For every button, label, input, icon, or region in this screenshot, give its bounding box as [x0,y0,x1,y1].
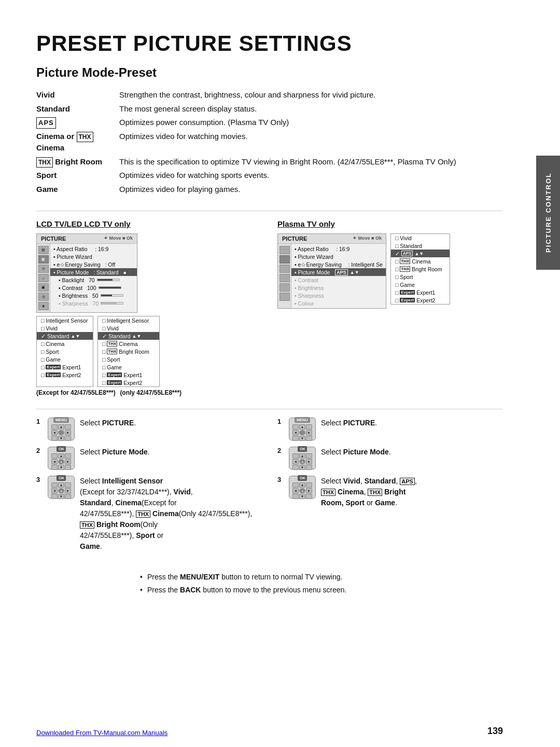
desc-row-aps: APS Optimizes power consumption. (Plasma… [36,116,503,130]
step-plasma-2-desc: Select Picture Mode. [321,447,503,458]
caption-lcd-left: (Except for 42/47/55LE8***) [36,389,116,396]
plasma-sub-standard: □ Standard [391,242,450,250]
remote-ok-lcd-3: OK ▲ ◄ ● ► ▼ [48,476,75,499]
dpad-l: ◄ [51,430,58,435]
lcd-item-energy: • e☆Energy Saving : Off [50,260,137,268]
plasma-item-colour: • Colour [291,299,386,307]
def-vivid: Strengthen the contrast, brightness, col… [119,88,503,102]
sidebar-label: PICTURE CONTROL [536,156,560,270]
remote-ok-lcd-2: OK ▲ ◄ ● ► ▼ [48,447,75,469]
lcd-item-brightness: • Brightness 50 [50,292,137,299]
dpad3-bl [51,494,58,499]
dpad-t: ▲ [58,424,64,430]
lcd-item-sharpness: • Sharpness 70 [50,299,137,307]
note-2: Press the BACK button to move to the pre… [140,584,503,597]
pdpad2-center: ● [299,459,305,464]
step-plasma-3-desc: Select Vivid, Standard, APS, THX Cinema,… [321,476,503,508]
ok-btn-p-label-3: OK [298,475,307,481]
plasma-sub-thx-cinema: □ THX Cinema [391,257,450,265]
def-sport: Optimizes video for watching sports even… [119,169,503,183]
pdpad2-t: ▲ [299,453,305,459]
bottom-notes: Press the MENU/EXIT button to return to … [140,571,503,597]
desc-row-vivid: Vivid Strengthen the contrast, brightnes… [36,88,503,102]
dpad2-l: ◄ [51,459,58,464]
lcd-tv-panel: LCD TV/LED LCD TV only PICTURE ✦ Move ■ … [36,219,262,396]
ok-btn-label-3: OK [57,475,66,481]
lcd-submenu-right: □ Intelligent Sensor □ Vivid ✓ Standard … [97,316,160,387]
footer: Downloaded From TV-Manual.com Manuals 13… [36,726,503,737]
tv-panels-section: LCD TV/LED LCD TV only PICTURE ✦ Move ■ … [36,219,503,396]
pdpad3-center: ● [299,488,305,493]
nav-icon-6: ◎ [38,293,49,301]
dpad3-center: ● [58,488,64,493]
dpad2-bl [51,465,58,470]
dpad-b: ▼ [58,436,64,441]
footer-link[interactable]: Downloaded From TV-Manual.com Manuals [36,729,167,737]
submenu-r-intelligent: □ Intelligent Sensor [98,316,159,324]
plasma-sub-sport: □ Sport [391,273,450,281]
dpad2-br [65,465,71,470]
dpad2-tr [65,453,71,459]
pdpad-br [306,436,312,441]
term-standard: Standard [36,102,119,116]
thx-logo-cinema: THX [77,132,93,142]
nav-icon-3: ⊙ [38,265,49,273]
plasma-item-aspect: • Aspect Ratio : 16:9 [291,245,386,253]
plasma-item-energy: • e☆Energy Saving: Intelligent Se [291,260,386,268]
pdpad2-b: ▼ [299,465,305,470]
dpad3-tr [65,482,71,488]
term-aps: APS [36,116,119,130]
dpad3-r: ► [65,488,71,493]
plasma-item-sharpness: • Sharpness [291,292,386,299]
plasma-sub-expert1: □ Expert Expert1 [391,288,450,296]
submenu-sport: □ Sport [37,348,93,355]
pdpad2-br [306,465,312,470]
plasma-tv-panel: Plasma TV only PICTURE ✦ Move ■ Ok [277,219,503,396]
plasma-nav-2 [279,255,290,264]
divider [36,211,503,211]
term-sport: Sport [36,169,119,183]
pdpad2-l: ◄ [292,459,299,464]
pdpad3-t: ▲ [299,482,305,488]
aps-logo: APS [36,117,56,129]
dpad2-t: ▲ [58,453,64,459]
submenu-game: □ Game [37,355,93,363]
plasma-panel-title: Plasma TV only [277,219,503,228]
nav-icon-1: ▤ [38,246,49,254]
plasma-sub-aps-selected: ✓ APS ▲▼ [391,250,450,257]
pdpad-center [299,430,305,435]
thx-logo-bright: THX [36,157,53,168]
submenu-r-vivid: □ Vivid [98,324,159,332]
pdpad-bl [292,436,299,441]
note-1: Press the MENU/EXIT button to return to … [140,571,503,584]
dpad2-r: ► [65,459,71,464]
step-lcd-3: 3 OK ▲ ◄ ● ► ▼ Sele [36,476,262,552]
submenu-expert1: □ Expert Expert1 [37,363,93,371]
dpad-tr [65,424,71,430]
divider2 [36,409,503,409]
def-thx-bright: This is the specification to optimize TV… [119,155,503,169]
desc-row-cinema: Cinema or THX Cinema Optimizes video for… [36,130,503,155]
pdpad2-r: ► [306,459,312,464]
lcd-submenu-left: □ Intelligent Sensor □ Vivid ✓ Standard … [36,316,93,387]
dpad-bl [51,436,58,441]
plasma-menu-header-icons: ✦ Move ■ Ok [353,236,382,242]
step-plasma-1-desc: Select PICTURE. [321,418,503,428]
remote-menu-plasma-1: MENU ▲ ◄ ► ▼ [289,418,316,440]
pdpad2-bl [292,465,299,470]
desc-row-game: Game Optimizes video for playing games. [36,183,503,197]
step-p-num-2: 2 [277,447,284,454]
submenu-r-thx-cinema: □ THX Cinema [98,340,159,348]
desc-row-standard: Standard The most general screen display… [36,102,503,116]
lcd-item-wizard: • Picture Wizard [50,253,137,260]
section-title: Picture Mode-Preset [36,65,503,80]
dpad2-center: ● [58,459,64,464]
pdpad3-r: ► [306,488,312,493]
main-content: PRESET PICTURE SETTINGS Picture Mode-Pre… [0,0,560,628]
pdpad3-bl [292,494,299,499]
step-lcd-1: 1 MENU ▲ ◄ ► ▼ Selec [36,418,262,440]
desc-row-thx-bright: THX Bright Room This is the specificatio… [36,155,503,169]
steps-section: 1 MENU ▲ ◄ ► ▼ Selec [36,418,503,558]
pdpad-t: ▲ [299,424,305,430]
pdpad-tl [292,424,299,430]
